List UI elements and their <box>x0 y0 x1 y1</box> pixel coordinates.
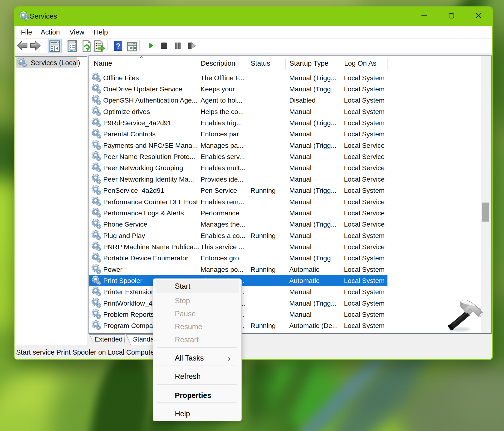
svg-text:?: ? <box>116 42 121 50</box>
